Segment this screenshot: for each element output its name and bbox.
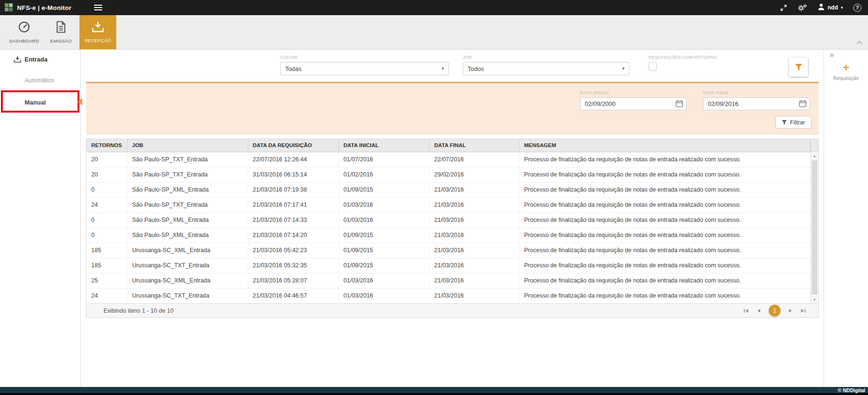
table-cell: 185	[87, 258, 127, 273]
previous-page-icon[interactable]	[756, 308, 762, 314]
next-page-icon[interactable]	[788, 308, 793, 314]
table-cell: Processo de finalização da requisição de…	[519, 243, 810, 258]
tab-emissao[interactable]: EMISSÃO	[43, 15, 79, 49]
data-inicial-input[interactable]	[580, 97, 686, 110]
table-cell: Urussanga-SC_TXT_Entrada	[127, 258, 248, 273]
table-footer: Exibindo itens 1 - 10 de 10 1	[87, 303, 818, 317]
table-cell: São Paulo-SP_TXT_Entrada	[127, 197, 248, 212]
table-cell: 0	[87, 182, 127, 197]
scroll-up-icon[interactable]: ▲	[811, 152, 818, 159]
filter-cidade: CIDADE Todas ▾	[280, 55, 449, 75]
collapse-toolbar-icon[interactable]	[857, 38, 862, 46]
table-row[interactable]: 0São Paulo-SP_XML_Entrada21/03/2016 07:1…	[87, 228, 810, 243]
data-final-input[interactable]	[703, 97, 810, 110]
gauge-icon	[18, 21, 30, 35]
column-header[interactable]: DATA INICIAL	[339, 139, 429, 152]
table-row[interactable]: 24São Paulo-SP_TXT_Entrada21/03/2016 07:…	[87, 197, 810, 212]
table-cell: 24	[87, 288, 127, 303]
last-page-icon[interactable]	[800, 308, 806, 314]
filtrar-button[interactable]: Filtrar	[775, 116, 811, 129]
sidebar-item-label: Entrada	[0, 56, 47, 63]
gears-icon[interactable]	[798, 4, 807, 12]
table-cell: São Paulo-SP_TXT_Entrada	[127, 152, 248, 167]
table-row[interactable]: 185Urussanga-SC_XML_Entrada21/03/2016 05…	[87, 243, 810, 258]
download-tray-icon	[14, 56, 21, 63]
table-row[interactable]: 25Urussanga-SC_XML_Entrada21/03/2016 05:…	[87, 273, 810, 288]
sidebar-item-entrada[interactable]: Entrada	[0, 52, 80, 66]
table-cell: Urussanga-SC_TXT_Entrada	[127, 288, 248, 303]
table-cell: 01/09/2015	[339, 258, 429, 273]
table-cell: 21/03/2016 05:32:35	[248, 258, 339, 273]
column-header[interactable]: DATA DA REQUISIÇÃO	[248, 139, 339, 152]
first-page-icon[interactable]	[743, 308, 749, 314]
table-row[interactable]: 20São Paulo-SP_TXT_Entrada31/03/2016 06:…	[87, 167, 810, 182]
table-cell: 21/03/2016	[429, 182, 519, 197]
results-table-region: RETORNOSJOBDATA DA REQUISIÇÃODATA INICIA…	[86, 139, 819, 318]
page-footer: © NDDigital	[0, 387, 868, 395]
collapse-panel-icon[interactable]: »	[830, 51, 834, 59]
table-cell: 21/03/2016	[429, 212, 519, 228]
column-header[interactable]: MENSAGEM	[519, 139, 810, 152]
table-cell: 20	[87, 167, 127, 182]
expand-icon[interactable]	[780, 4, 787, 11]
table-row[interactable]: 185Urussanga-SC_TXT_Entrada21/03/2016 05…	[87, 258, 810, 273]
sidebar-item-label: Automático	[0, 77, 54, 84]
table-cell: 01/09/2015	[339, 182, 429, 197]
requisicoes-retorno-checkbox[interactable]	[649, 62, 657, 70]
user-menu[interactable]: ndd ▾	[818, 3, 843, 12]
table-row[interactable]: 20São Paulo-SP_TXT_Entrada22/07/2016 12:…	[87, 152, 810, 167]
cidade-select[interactable]: Todas ▾	[280, 62, 449, 75]
tab-recepcao[interactable]: RECEPÇÃO	[79, 15, 116, 49]
filter-job: JOB Todos ▾	[463, 55, 629, 75]
sidebar-item-manual[interactable]: Manual	[0, 95, 80, 109]
filter-toggle-button[interactable]	[789, 58, 808, 77]
table-cell: 21/03/2016	[429, 273, 519, 288]
tab-label: DASHBOARD	[9, 38, 39, 44]
table-cell: 01/09/2015	[339, 243, 429, 258]
cidade-label: CIDADE	[280, 55, 449, 60]
job-select[interactable]: Todos ▾	[463, 62, 629, 75]
module-toolbar: DASHBOARD EMISSÃO RECEPÇÃO	[0, 15, 868, 50]
table-cell: São Paulo-SP_XML_Entrada	[127, 182, 248, 197]
calendar-icon[interactable]	[799, 100, 807, 109]
scrollbar-corner	[810, 139, 818, 152]
table-cell: Processo de finalização da requisição de…	[519, 258, 810, 273]
table-row[interactable]: 24Urussanga-SC_TXT_Entrada21/03/2016 04:…	[87, 288, 810, 303]
vertical-scrollbar[interactable]: ▲ ▼	[810, 152, 818, 303]
table-cell: Processo de finalização da requisição de…	[519, 288, 810, 303]
add-requisicao-button[interactable]: + Requisição	[824, 62, 868, 81]
sidebar-item-label: Manual	[0, 99, 46, 106]
table-row[interactable]: 0São Paulo-SP_XML_Entrada21/03/2016 07:1…	[87, 182, 810, 197]
table-cell: 25	[87, 273, 127, 288]
table-cell: São Paulo-SP_XML_Entrada	[127, 228, 248, 243]
table-cell: 01/09/2015	[339, 228, 429, 243]
table-cell: 185	[87, 243, 127, 258]
add-requisicao-label: Requisição	[824, 75, 868, 81]
tab-dashboard[interactable]: DASHBOARD	[6, 15, 43, 49]
job-label: JOB	[463, 55, 629, 60]
filter-data-final: DATA FINAL	[703, 90, 810, 110]
help-icon[interactable]: ?	[853, 4, 861, 12]
table-cell: 01/07/2016	[339, 152, 429, 167]
sidebar-item-automatico[interactable]: Automático	[0, 73, 80, 88]
column-header[interactable]: RETORNOS	[87, 139, 127, 152]
table-cell: 21/03/2016 07:14:20	[248, 228, 339, 243]
table-row[interactable]: 0São Paulo-SP_XML_Entrada21/03/2016 07:1…	[87, 212, 810, 228]
funnel-icon	[781, 120, 787, 125]
scroll-down-icon[interactable]: ▼	[811, 296, 818, 303]
menu-icon[interactable]	[94, 3, 103, 12]
table-cell: 22/07/2016	[429, 152, 519, 167]
table-cell: 01/02/2016	[339, 167, 429, 182]
items-count-text: Exibindo itens 1 - 10 de 10	[104, 307, 174, 314]
column-header[interactable]: JOB	[127, 139, 248, 152]
current-page-button[interactable]: 1	[769, 305, 781, 316]
table-cell: 21/03/2016	[429, 258, 519, 273]
calendar-icon[interactable]	[676, 100, 683, 109]
table-cell: 0	[87, 228, 127, 243]
table-cell: Urussanga-SC_XML_Entrada	[127, 243, 248, 258]
username: ndd	[827, 4, 838, 11]
column-header[interactable]: DATA FINAL	[429, 139, 519, 152]
pagination: 1	[743, 305, 806, 316]
app-title: NFS-e | e-Monitor	[17, 4, 71, 11]
scrollbar-thumb[interactable]	[812, 160, 817, 295]
